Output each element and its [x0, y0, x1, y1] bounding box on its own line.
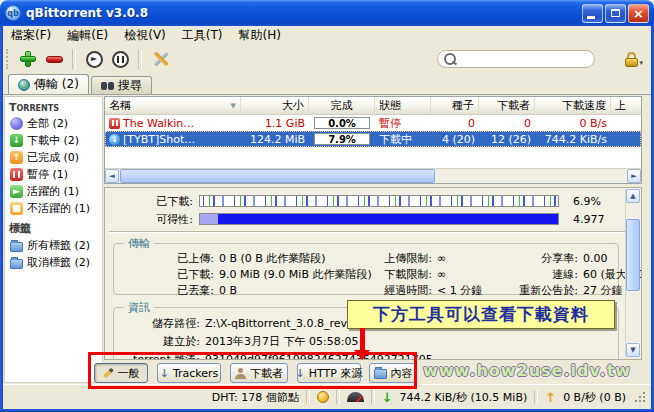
- menu-edit[interactable]: 編輯(E): [59, 26, 116, 45]
- stat-label: 已丟棄:: [144, 283, 214, 298]
- horizontal-scrollbar[interactable]: ◄ ►: [105, 168, 641, 183]
- sidebar-item-label: 全部 (2): [27, 116, 68, 131]
- vertical-scrollbar[interactable]: ▲ ▼: [625, 189, 640, 357]
- search-box[interactable]: [437, 50, 595, 68]
- sidebar-item-active[interactable]: ► 活躍的 (1): [5, 183, 102, 200]
- toolbar-grip[interactable]: [6, 49, 11, 69]
- upload-arrow-icon: ↑: [545, 391, 556, 404]
- stat-label: 已上傳:: [144, 251, 214, 266]
- sidebar-item-label: 已完成 (0): [27, 150, 79, 165]
- scrollbar-thumb[interactable]: [626, 219, 640, 291]
- speed-limit-gauge-icon[interactable]: [347, 392, 364, 402]
- scrollbar-thumb[interactable]: [120, 169, 435, 183]
- torrent-name: The Walkin…: [123, 117, 194, 130]
- sidebar-item-all[interactable]: 全部 (2): [5, 115, 102, 132]
- column-header-status[interactable]: 狀態: [375, 97, 431, 114]
- upload-speed-status: 0 B/秒 (0 B): [563, 390, 626, 405]
- stat-label: 已下載:: [144, 267, 214, 282]
- downloaded-bar-label: 已下載:: [105, 194, 193, 209]
- menu-tools[interactable]: 工具(T): [174, 26, 231, 45]
- column-header-size[interactable]: 大小: [241, 97, 309, 114]
- sidebar-torrents-header: Torrents: [5, 99, 102, 115]
- column-label: 名稱: [109, 98, 131, 113]
- scroll-up-icon[interactable]: ▲: [626, 189, 640, 203]
- resize-grip[interactable]: [635, 392, 646, 403]
- tab-label: 一般: [118, 366, 140, 381]
- scrollbar-track[interactable]: [626, 203, 640, 343]
- minimize-button[interactable]: [582, 4, 603, 23]
- tab-label: HTTP 來源: [309, 366, 363, 381]
- resume-button[interactable]: ►: [82, 47, 106, 71]
- tab-general[interactable]: 一般: [94, 363, 148, 383]
- add-torrent-button[interactable]: [16, 47, 40, 71]
- menu-help[interactable]: 幫助(H): [231, 26, 289, 45]
- title-bar[interactable]: qb qBittorrent v3.0.8 ×: [0, 0, 654, 26]
- table-row[interactable]: The Walkin… 1.1 GiB 0.0% 暫停 0 0 0 B/s: [105, 115, 641, 131]
- download-speed-status: 744.2 KiB/秒 (10.5 MiB): [400, 390, 528, 405]
- menu-view[interactable]: 檢視(V): [116, 26, 174, 45]
- column-header-done[interactable]: 完成: [309, 97, 375, 114]
- pause-button[interactable]: [108, 47, 132, 71]
- chevron-down-icon: ▾: [639, 59, 643, 67]
- delete-torrent-button[interactable]: [42, 47, 66, 71]
- search-input[interactable]: [461, 52, 588, 66]
- annotation-callout: 下方工具可以查看下載資料: [347, 300, 615, 329]
- options-button[interactable]: [148, 47, 172, 71]
- column-header-upspeed[interactable]: 上: [611, 97, 641, 114]
- transfers-icon: [18, 79, 30, 91]
- table-row-selected[interactable]: ↓[TYBT]Shot… 124.2 MiB 7.9% 下載中 4 (20) 1…: [105, 131, 641, 147]
- sidebar-item-paused[interactable]: 暫停 (1): [5, 166, 102, 183]
- tab-search[interactable]: 搜尋: [91, 76, 152, 94]
- scroll-down-icon[interactable]: ▼: [626, 343, 640, 357]
- all-icon: [10, 117, 23, 130]
- column-header-dlspeed[interactable]: 下載速度: [535, 97, 611, 114]
- tab-label: 內容: [391, 366, 413, 381]
- sidebar-filters: Torrents 全部 (2) ↓ 下載中 (2) ↑ 已完成 (0) 暫停 (…: [4, 96, 103, 383]
- tab-trackers[interactable]: ↓ Trackers: [157, 363, 221, 383]
- menu-bar: 檔案(F) 編輯(E) 檢視(V) 工具(T) 幫助(H): [3, 26, 651, 45]
- status-bar: DHT: 178 個節點 ↓ 744.2 KiB/秒 (10.5 MiB) ↑ …: [3, 384, 651, 409]
- column-label: 種子: [452, 98, 474, 113]
- downloaded-percent: 6.9%: [573, 195, 601, 208]
- torrent-size: 1.1 GiB: [241, 117, 309, 130]
- stat-label: 儲存路徑:: [114, 316, 200, 331]
- created-value: 2013年3月7日 下午 05:58:05: [205, 334, 358, 349]
- status-separator: [371, 390, 375, 404]
- pause-circle-icon: [112, 51, 129, 68]
- sidebar-item-completed[interactable]: ↑ 已完成 (0): [5, 149, 102, 166]
- sidebar-item-all-labels[interactable]: 所有標籤 (2): [5, 237, 102, 254]
- tab-http-sources[interactable]: ↓ HTTP 來源: [297, 363, 361, 383]
- dht-nodes-status: DHT: 178 個節點: [212, 390, 299, 405]
- column-header-peers[interactable]: 下載者: [479, 97, 535, 114]
- column-header-seeds[interactable]: 種子: [431, 97, 479, 114]
- app-logo-icon: qb: [5, 5, 21, 21]
- menu-file[interactable]: 檔案(F): [3, 26, 59, 45]
- column-label: 上: [615, 98, 626, 113]
- tab-content[interactable]: 內容: [369, 363, 417, 383]
- lock-menu-button[interactable]: ▾: [625, 52, 643, 67]
- sidebar-item-unlabeled[interactable]: 取消標籤 (2): [5, 254, 102, 271]
- tab-transfers[interactable]: 傳輸 (2): [8, 74, 89, 94]
- column-label: 大小: [282, 98, 304, 113]
- sidebar-item-inactive[interactable]: ■ 不活躍的 (1): [5, 200, 102, 217]
- play-circle-icon: ►: [86, 51, 103, 68]
- scroll-right-icon[interactable]: ►: [627, 169, 641, 183]
- row-paused-icon: [109, 118, 120, 129]
- scrollbar-track[interactable]: [119, 169, 627, 183]
- scroll-left-icon[interactable]: ◄: [105, 169, 119, 183]
- torrent-status: 暫停: [375, 116, 431, 131]
- tab-transfers-label: 傳輸 (2): [34, 76, 79, 93]
- connection-status-icon[interactable]: [317, 391, 329, 403]
- table-header: 名稱 ▼ 大小 完成 狀態 種子 下載者 下載速度 上: [105, 97, 641, 115]
- maximize-button[interactable]: [605, 4, 626, 23]
- window-title: qBittorrent v3.0.8: [26, 6, 580, 20]
- maximize-icon: [611, 9, 620, 17]
- close-button[interactable]: ×: [628, 4, 649, 23]
- sidebar-item-label: 不活躍的 (1): [27, 201, 90, 216]
- column-header-name[interactable]: 名稱 ▼: [105, 97, 241, 114]
- stat-value: 9.0 MiB (9.0 MiB 此作業階段): [219, 267, 372, 282]
- folder-icon: [10, 242, 23, 252]
- sidebar-item-label: 所有標籤 (2): [27, 238, 90, 253]
- sidebar-item-downloading[interactable]: ↓ 下載中 (2): [5, 132, 102, 149]
- tab-peers[interactable]: 下載者: [230, 363, 288, 383]
